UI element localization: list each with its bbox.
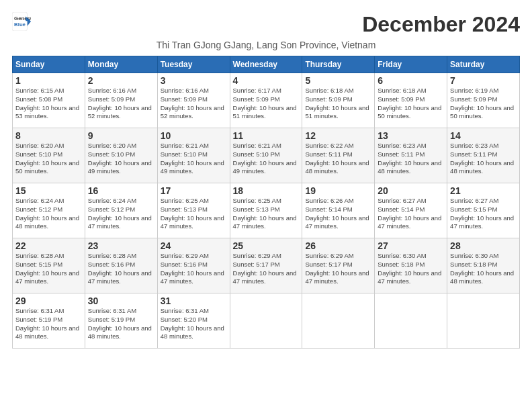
table-row: 22Sunrise: 6:28 AMSunset: 5:15 PMDayligh… xyxy=(13,238,85,293)
table-row: 4Sunrise: 6:17 AMSunset: 5:09 PMDaylight… xyxy=(230,73,302,128)
day-number: 24 xyxy=(161,240,227,251)
table-row xyxy=(375,293,447,349)
day-number: 11 xyxy=(233,130,300,141)
calendar-week-row: 22Sunrise: 6:28 AMSunset: 5:15 PMDayligh… xyxy=(13,238,520,293)
table-row: 2Sunrise: 6:16 AMSunset: 5:09 PMDaylight… xyxy=(85,73,157,128)
day-info: Sunrise: 6:20 AMSunset: 5:10 PMDaylight:… xyxy=(15,142,82,176)
day-info: Sunrise: 6:21 AMSunset: 5:10 PMDaylight:… xyxy=(161,142,227,176)
day-info: Sunrise: 6:22 AMSunset: 5:11 PMDaylight:… xyxy=(305,142,371,176)
table-row: 10Sunrise: 6:21 AMSunset: 5:10 PMDayligh… xyxy=(157,128,230,183)
table-row: 18Sunrise: 6:25 AMSunset: 5:13 PMDayligh… xyxy=(230,183,302,238)
day-info: Sunrise: 6:31 AMSunset: 5:19 PMDaylight:… xyxy=(15,307,82,341)
day-number: 1 xyxy=(15,75,82,86)
day-info: Sunrise: 6:17 AMSunset: 5:09 PMDaylight:… xyxy=(233,87,300,121)
col-monday: Monday xyxy=(85,56,157,73)
header: General Blue December 2024 xyxy=(12,12,520,37)
table-row: 12Sunrise: 6:22 AMSunset: 5:11 PMDayligh… xyxy=(302,128,375,183)
day-number: 4 xyxy=(233,75,300,86)
col-wednesday: Wednesday xyxy=(230,56,302,73)
day-number: 14 xyxy=(450,130,517,141)
day-number: 2 xyxy=(88,75,154,86)
day-number: 13 xyxy=(378,130,444,141)
table-row: 30Sunrise: 6:31 AMSunset: 5:19 PMDayligh… xyxy=(85,293,157,349)
day-number: 5 xyxy=(305,75,371,86)
col-saturday: Saturday xyxy=(447,56,520,73)
table-row: 17Sunrise: 6:25 AMSunset: 5:13 PMDayligh… xyxy=(157,183,230,238)
day-number: 22 xyxy=(15,240,82,251)
day-info: Sunrise: 6:29 AMSunset: 5:16 PMDaylight:… xyxy=(161,252,227,286)
day-info: Sunrise: 6:15 AMSunset: 5:08 PMDaylight:… xyxy=(15,87,82,121)
day-number: 10 xyxy=(161,130,227,141)
day-info: Sunrise: 6:29 AMSunset: 5:17 PMDaylight:… xyxy=(305,252,371,286)
day-info: Sunrise: 6:23 AMSunset: 5:11 PMDaylight:… xyxy=(378,142,444,176)
table-row: 16Sunrise: 6:24 AMSunset: 5:12 PMDayligh… xyxy=(85,183,157,238)
day-info: Sunrise: 6:24 AMSunset: 5:12 PMDaylight:… xyxy=(88,197,154,231)
day-info: Sunrise: 6:21 AMSunset: 5:10 PMDaylight:… xyxy=(233,142,300,176)
subtitle: Thi Tran GJong GJang, Lang Son Province,… xyxy=(12,40,520,50)
day-number: 30 xyxy=(88,295,154,306)
day-number: 26 xyxy=(305,240,371,251)
day-number: 7 xyxy=(450,75,517,86)
day-number: 23 xyxy=(88,240,154,251)
svg-text:Blue: Blue xyxy=(14,21,26,28)
page: General Blue December 2024 Thi Tran GJon… xyxy=(0,0,532,355)
calendar-week-row: 8Sunrise: 6:20 AMSunset: 5:10 PMDaylight… xyxy=(13,128,520,183)
table-row: 23Sunrise: 6:28 AMSunset: 5:16 PMDayligh… xyxy=(85,238,157,293)
calendar-header-row: Sunday Monday Tuesday Wednesday Thursday… xyxy=(13,56,520,73)
day-info: Sunrise: 6:27 AMSunset: 5:15 PMDaylight:… xyxy=(450,197,517,231)
day-number: 31 xyxy=(161,295,227,306)
table-row: 11Sunrise: 6:21 AMSunset: 5:10 PMDayligh… xyxy=(230,128,302,183)
day-number: 21 xyxy=(450,185,517,196)
table-row: 14Sunrise: 6:23 AMSunset: 5:11 PMDayligh… xyxy=(447,128,520,183)
day-info: Sunrise: 6:28 AMSunset: 5:16 PMDaylight:… xyxy=(88,252,154,286)
day-number: 18 xyxy=(233,185,300,196)
page-title: December 2024 xyxy=(362,12,520,37)
calendar-week-row: 29Sunrise: 6:31 AMSunset: 5:19 PMDayligh… xyxy=(13,293,520,349)
logo: General Blue xyxy=(12,12,31,31)
day-number: 3 xyxy=(161,75,227,86)
day-info: Sunrise: 6:28 AMSunset: 5:15 PMDaylight:… xyxy=(15,252,82,286)
logo-icon: General Blue xyxy=(12,12,31,31)
calendar-table: Sunday Monday Tuesday Wednesday Thursday… xyxy=(12,56,520,349)
day-number: 28 xyxy=(450,240,517,251)
calendar-week-row: 15Sunrise: 6:24 AMSunset: 5:12 PMDayligh… xyxy=(13,183,520,238)
table-row: 25Sunrise: 6:29 AMSunset: 5:17 PMDayligh… xyxy=(230,238,302,293)
day-number: 8 xyxy=(15,130,82,141)
col-sunday: Sunday xyxy=(13,56,85,73)
day-info: Sunrise: 6:27 AMSunset: 5:14 PMDaylight:… xyxy=(378,197,444,231)
day-number: 16 xyxy=(88,185,154,196)
day-number: 9 xyxy=(88,130,154,141)
table-row: 5Sunrise: 6:18 AMSunset: 5:09 PMDaylight… xyxy=(302,73,375,128)
day-number: 19 xyxy=(305,185,371,196)
table-row: 27Sunrise: 6:30 AMSunset: 5:18 PMDayligh… xyxy=(375,238,447,293)
day-number: 27 xyxy=(378,240,444,251)
table-row: 6Sunrise: 6:18 AMSunset: 5:09 PMDaylight… xyxy=(375,73,447,128)
day-number: 12 xyxy=(305,130,371,141)
day-number: 6 xyxy=(378,75,444,86)
table-row xyxy=(447,293,520,349)
table-row: 29Sunrise: 6:31 AMSunset: 5:19 PMDayligh… xyxy=(13,293,85,349)
table-row: 9Sunrise: 6:20 AMSunset: 5:10 PMDaylight… xyxy=(85,128,157,183)
table-row xyxy=(302,293,375,349)
day-number: 20 xyxy=(378,185,444,196)
day-info: Sunrise: 6:20 AMSunset: 5:10 PMDaylight:… xyxy=(88,142,154,176)
table-row: 15Sunrise: 6:24 AMSunset: 5:12 PMDayligh… xyxy=(13,183,85,238)
table-row: 13Sunrise: 6:23 AMSunset: 5:11 PMDayligh… xyxy=(375,128,447,183)
day-info: Sunrise: 6:30 AMSunset: 5:18 PMDaylight:… xyxy=(450,252,517,286)
table-row: 1Sunrise: 6:15 AMSunset: 5:08 PMDaylight… xyxy=(13,73,85,128)
col-tuesday: Tuesday xyxy=(157,56,230,73)
day-number: 15 xyxy=(15,185,82,196)
table-row: 24Sunrise: 6:29 AMSunset: 5:16 PMDayligh… xyxy=(157,238,230,293)
day-info: Sunrise: 6:31 AMSunset: 5:20 PMDaylight:… xyxy=(161,307,227,341)
day-info: Sunrise: 6:31 AMSunset: 5:19 PMDaylight:… xyxy=(88,307,154,341)
day-info: Sunrise: 6:25 AMSunset: 5:13 PMDaylight:… xyxy=(233,197,300,231)
table-row: 26Sunrise: 6:29 AMSunset: 5:17 PMDayligh… xyxy=(302,238,375,293)
day-info: Sunrise: 6:26 AMSunset: 5:14 PMDaylight:… xyxy=(305,197,371,231)
day-number: 29 xyxy=(15,295,82,306)
day-info: Sunrise: 6:23 AMSunset: 5:11 PMDaylight:… xyxy=(450,142,517,176)
day-info: Sunrise: 6:30 AMSunset: 5:18 PMDaylight:… xyxy=(378,252,444,286)
day-info: Sunrise: 6:29 AMSunset: 5:17 PMDaylight:… xyxy=(233,252,300,286)
table-row: 31Sunrise: 6:31 AMSunset: 5:20 PMDayligh… xyxy=(157,293,230,349)
day-info: Sunrise: 6:16 AMSunset: 5:09 PMDaylight:… xyxy=(88,87,154,121)
table-row: 21Sunrise: 6:27 AMSunset: 5:15 PMDayligh… xyxy=(447,183,520,238)
